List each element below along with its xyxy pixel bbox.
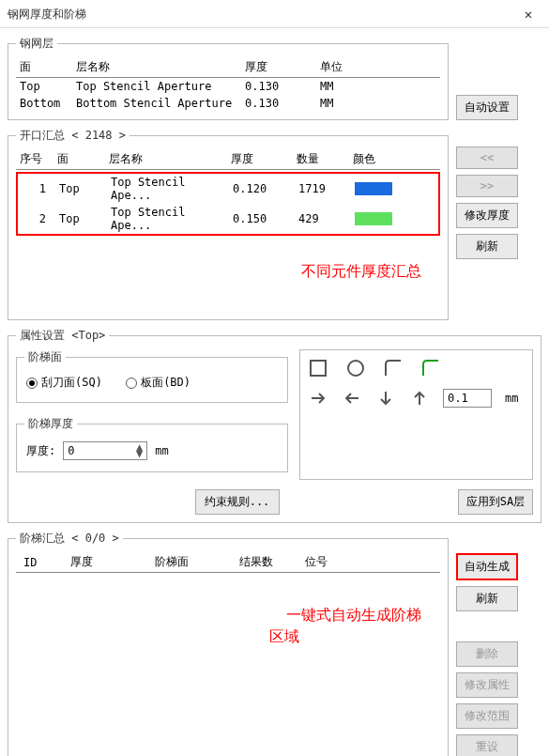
arrow-down-icon[interactable] (375, 388, 396, 409)
radio-bd[interactable]: 板面(BD) (126, 376, 191, 389)
col-qty: 数量 (293, 149, 349, 170)
color-swatch (355, 212, 392, 225)
step-side-legend: 阶梯面 (24, 349, 66, 365)
layer-fieldset: 钢网层 面 层名称 厚度 单位 Top Top Stencil Aperture… (8, 36, 449, 120)
radio-icon (126, 378, 137, 389)
auto-set-button[interactable]: 自动设置 (456, 95, 518, 120)
col-name: 层名称 (105, 149, 227, 170)
modify-thickness-button[interactable]: 修改厚度 (456, 203, 518, 228)
shape-roundrect-icon[interactable] (383, 358, 404, 378)
window-title: 钢网厚度和阶梯 (8, 8, 86, 21)
annotation-aperture: 不同元件厚度汇总 (16, 262, 440, 282)
arrow-left-icon[interactable] (342, 388, 362, 409)
auto-generate-button[interactable]: 自动生成 (456, 553, 518, 580)
aperture-table: 序号 面 层名称 厚度 数量 颜色 (16, 149, 440, 170)
modify-attr-button[interactable]: 修改属性 (456, 672, 518, 698)
annotation-step2: 区域 (269, 627, 299, 647)
layer-legend: 钢网层 (16, 36, 57, 52)
reset-button[interactable]: 重设 (456, 734, 518, 756)
table-row[interactable]: Top Top Stencil Aperture 0.130 MM (16, 78, 440, 96)
col-side: 面 (53, 149, 105, 170)
chevron-down-icon[interactable]: ▼ (136, 451, 143, 457)
annotation-step1: 一键式自动生成阶梯 (286, 606, 421, 625)
delete-button[interactable]: 删除 (456, 641, 518, 667)
aperture-legend: 开口汇总 < 2148 > (16, 128, 130, 144)
color-swatch (355, 182, 392, 195)
step-legend: 阶梯汇总 < 0/0 > (16, 531, 123, 547)
offset-input[interactable] (443, 389, 492, 408)
layer-table: 面 层名称 厚度 单位 Top Top Stencil Aperture 0.1… (16, 57, 440, 112)
refresh-button[interactable]: 刷新 (456, 234, 518, 259)
aperture-highlight: 1 Top Top Stencil Ape... 0.120 1719 2 To… (16, 172, 440, 236)
step-table: ID 厚度 阶梯面 结果数 位号 (16, 552, 440, 573)
col-thickness: 厚度 (227, 149, 293, 170)
col-posno: 位号 (297, 552, 440, 573)
step-side-fieldset: 阶梯面 刮刀面(SQ) 板面(BD) (16, 349, 288, 403)
apply-sa-button[interactable]: 应用到SA层 (458, 489, 533, 515)
col-results: 结果数 (232, 552, 297, 573)
move-up-button[interactable]: << (456, 147, 518, 169)
thickness-label: 厚度: (26, 443, 55, 459)
col-id: ID (16, 552, 63, 573)
step-thickness-legend: 阶梯厚度 (24, 416, 77, 432)
shape-circle-icon[interactable] (345, 358, 366, 378)
shape-panel: mm (299, 349, 533, 480)
col-thickness: 厚度 (63, 552, 147, 573)
col-side: 阶梯面 (147, 552, 232, 573)
shape-roundrect-green-icon[interactable] (420, 358, 441, 378)
aperture-fieldset: 开口汇总 < 2148 > 序号 面 层名称 厚度 数量 颜色 1 (8, 128, 449, 320)
radio-sq[interactable]: 刮刀面(SQ) (26, 376, 102, 389)
attr-legend: 属性设置 <Top> (16, 328, 109, 344)
arrow-right-icon[interactable] (308, 388, 328, 409)
thickness-unit: mm (155, 444, 168, 457)
titlebar: 钢网厚度和阶梯 ✕ (0, 0, 549, 28)
step-thickness-fieldset: 阶梯厚度 厚度: 0 ▲▼ mm (16, 416, 288, 472)
attr-fieldset: 属性设置 <Top> 阶梯面 刮刀面(SQ) 板面(BD) 阶梯厚度 厚度: 0 (8, 328, 541, 523)
table-row[interactable]: 1 Top Top Stencil Ape... 0.120 1719 (18, 174, 438, 204)
col-color: 颜色 (349, 149, 440, 170)
refresh-step-button[interactable]: 刷新 (456, 586, 518, 611)
move-down-button[interactable]: >> (456, 175, 518, 197)
step-list-area[interactable]: 一键式自动生成阶梯 区域 (16, 573, 440, 756)
svg-point-1 (348, 361, 363, 376)
step-fieldset: 阶梯汇总 < 0/0 > ID 厚度 阶梯面 结果数 位号 一键式自动生成阶梯 … (8, 531, 449, 756)
col-seq: 序号 (16, 149, 53, 170)
col-name: 层名称 (72, 57, 241, 78)
modify-range-button[interactable]: 修改范围 (456, 703, 518, 729)
svg-rect-0 (311, 361, 326, 376)
shape-square-icon[interactable] (308, 358, 328, 378)
col-unit: 单位 (316, 57, 440, 78)
radio-icon (26, 378, 38, 389)
offset-unit: mm (505, 392, 518, 405)
thickness-stepper[interactable]: 0 ▲▼ (63, 441, 147, 460)
col-thickness: 厚度 (241, 57, 316, 78)
table-row[interactable]: Bottom Bottom Stencil Aperture 0.130 MM (16, 95, 440, 112)
close-icon[interactable]: ✕ (508, 0, 549, 28)
arrow-up-icon[interactable] (409, 388, 430, 409)
col-side: 面 (16, 57, 72, 78)
table-row[interactable]: 2 Top Top Stencil Ape... 0.150 429 (18, 204, 438, 234)
constraint-button[interactable]: 约束规则... (195, 489, 280, 515)
